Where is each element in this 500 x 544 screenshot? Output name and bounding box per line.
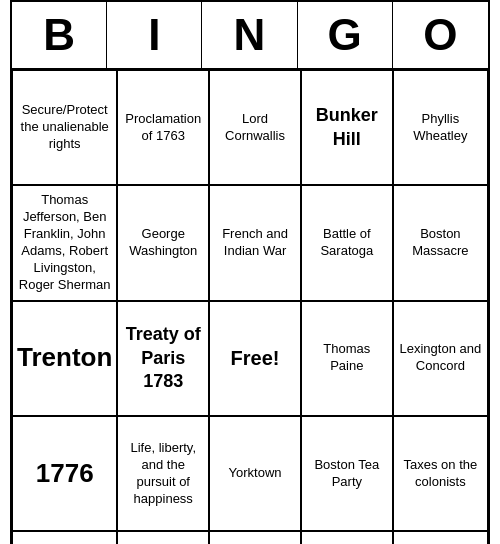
bingo-header: B I N G O (12, 2, 488, 70)
header-o: O (393, 2, 488, 68)
bingo-cell-23[interactable]: Patrick Henry (301, 531, 393, 544)
bingo-cell-13[interactable]: Thomas Paine (301, 301, 393, 416)
header-i: I (107, 2, 202, 68)
bingo-cell-17[interactable]: Yorktown (209, 416, 301, 531)
bingo-cell-18[interactable]: Boston Tea Party (301, 416, 393, 531)
bingo-cell-14[interactable]: Lexington and Concord (393, 301, 488, 416)
bingo-cell-11[interactable]: Treaty of Paris 1783 (117, 301, 209, 416)
bingo-card: B I N G O Secure/Protect the unalienable… (10, 0, 490, 544)
bingo-cell-20[interactable]: Fort Necessity (12, 531, 117, 544)
header-g: G (298, 2, 393, 68)
bingo-cell-21[interactable]: George III (117, 531, 209, 544)
bingo-cell-0[interactable]: Secure/Protect the unalienable rights (12, 70, 117, 185)
bingo-cell-3[interactable]: Bunker Hill (301, 70, 393, 185)
bingo-cell-12[interactable]: Free! (209, 301, 301, 416)
bingo-cell-1[interactable]: Proclamation of 1763 (117, 70, 209, 185)
bingo-cell-7[interactable]: French and Indian War (209, 185, 301, 300)
bingo-cell-10[interactable]: Trenton (12, 301, 117, 416)
bingo-cell-6[interactable]: George Washington (117, 185, 209, 300)
bingo-cell-19[interactable]: Taxes on the colonists (393, 416, 488, 531)
bingo-cell-24[interactable]: France (393, 531, 488, 544)
bingo-cell-4[interactable]: Phyllis Wheatley (393, 70, 488, 185)
bingo-cell-9[interactable]: Boston Massacre (393, 185, 488, 300)
bingo-cell-15[interactable]: 1776 (12, 416, 117, 531)
header-n: N (202, 2, 297, 68)
header-b: B (12, 2, 107, 68)
bingo-cell-22[interactable]: Continental Congress (209, 531, 301, 544)
bingo-cell-5[interactable]: Thomas Jefferson, Ben Franklin, John Ada… (12, 185, 117, 300)
bingo-cell-16[interactable]: Life, liberty, and the pursuit of happin… (117, 416, 209, 531)
bingo-cell-8[interactable]: Battle of Saratoga (301, 185, 393, 300)
bingo-grid: Secure/Protect the unalienable rightsPro… (12, 70, 488, 544)
bingo-cell-2[interactable]: Lord Cornwallis (209, 70, 301, 185)
